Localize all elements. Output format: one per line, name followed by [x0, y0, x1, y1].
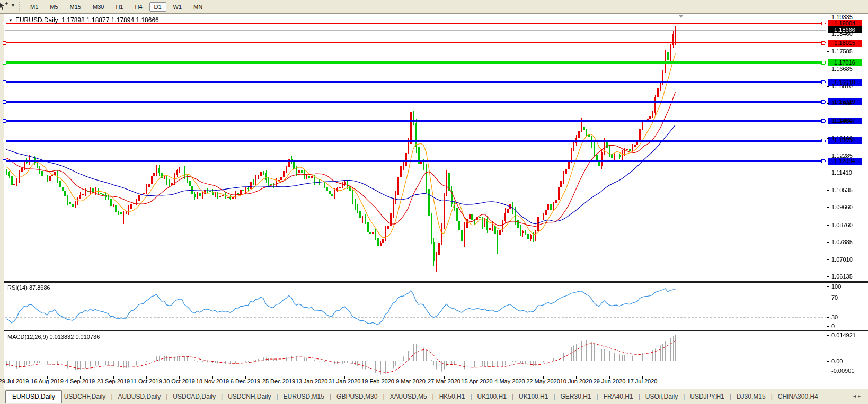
chart-tab[interactable]: GER30,H1 [559, 391, 594, 402]
crosshair-tool-icon[interactable] [0, 2, 10, 11]
timeframe-button-m30[interactable]: M30 [88, 2, 109, 12]
tab-separator: | [273, 393, 281, 400]
chart-frame-top [0, 13, 868, 14]
chart-tab[interactable]: USDJPY,H1 [688, 391, 726, 402]
chart-tab[interactable]: UK100,H1 [517, 391, 550, 402]
rsi-axis-tick: 30 [827, 314, 838, 320]
rsi-axis-tick: 0 [827, 323, 835, 329]
price-axis-tick: 1.11410 [827, 169, 852, 176]
timeframe-button-h1[interactable]: H1 [111, 2, 128, 12]
timeframe-button-m1[interactable]: M1 [25, 2, 43, 12]
macd-label: MACD(12,26,9) 0.013832 0.010736 [7, 334, 100, 340]
tab-scroll-arrows: ◂▸ [853, 393, 863, 399]
price-axis-tick: 1.08760 [827, 222, 853, 228]
timeframe-button-d1[interactable]: D1 [149, 2, 166, 12]
chart-tab[interactable]: XAUUSD,M5 [388, 391, 429, 402]
chart-title: ▼EURUSD,Daily 1.17898 1.18877 1.17894 1.… [8, 16, 159, 24]
tab-bar: EURUSD,DailyUSDCHF,Daily|AUDUSD,Daily|US… [0, 389, 868, 404]
price-axis-tick: 1.06135 [827, 273, 853, 280]
tab-separator: | [594, 393, 601, 400]
time-axis-label: 22 May 2020 [526, 378, 560, 384]
chart-tab[interactable]: DJ30,M15 [734, 391, 768, 402]
timeframe-button-row: M1M5M15M30H1H4D1W1MN [24, 1, 208, 12]
hline-handle[interactable] [3, 100, 6, 104]
tab-separator: | [768, 393, 776, 400]
chart-tab[interactable]: USDCAD,Daily [171, 391, 218, 402]
hline-handle[interactable] [821, 159, 825, 163]
hline-handle[interactable] [3, 119, 6, 123]
time-axis-label: 9 Mar 2020 [396, 378, 426, 384]
hline-handle[interactable] [3, 139, 6, 142]
timeframe-button-m15[interactable]: M15 [65, 2, 86, 12]
time-axis-label: 27 Mar 2020 [428, 378, 460, 384]
hline-handle[interactable] [821, 61, 825, 65]
hline-handle[interactable] [3, 80, 6, 84]
time-axis-label: 4 Sep 2019 [65, 378, 95, 384]
chart-tab[interactable]: HK50,H1 [437, 391, 467, 402]
tool-dropdown-caret-icon[interactable]: ▼ [11, 3, 15, 8]
chart-tab[interactable]: CHINA300,H4 [776, 391, 820, 402]
chart-tab[interactable]: EURUSD,M15 [281, 391, 326, 402]
price-axis-tick: 1.07885 [827, 239, 853, 245]
macd-axis-tick: -0.00901 [827, 367, 854, 374]
toolbar: ▼ M1M5M15M30H1H4D1W1MN [0, 0, 868, 14]
time-axis-label: 23 Sep 2019 [97, 378, 130, 384]
hline-price-label: 1.19004 [828, 20, 862, 27]
price-axis-tick: 1.10535 [827, 187, 853, 193]
chart-tab[interactable]: UK100,H1 [475, 391, 509, 402]
hline-handle[interactable] [821, 139, 825, 142]
rsi-indicator-canvas[interactable] [5, 283, 826, 330]
hline-handle[interactable] [821, 119, 825, 123]
chart-tab[interactable]: USDCHF,Daily [62, 391, 108, 402]
time-axis-label: 29 Jun 2020 [594, 378, 626, 384]
chart-tab-active[interactable]: EURUSD,Daily [5, 390, 62, 403]
chart-title-symbol: EURUSD,Daily [15, 16, 58, 24]
tab-separator: | [680, 393, 688, 400]
chart-tab[interactable]: USDCNH,Daily [226, 391, 273, 402]
price-axis-tick: 1.14060 [827, 118, 853, 124]
time-axis-label: 19 Feb 2020 [361, 378, 394, 384]
tab-separator: | [467, 393, 475, 400]
chart-shift-marker-icon[interactable] [678, 15, 684, 18]
hline-handle[interactable] [3, 41, 6, 45]
macd-axis-tick: 0.014921 [827, 332, 856, 338]
time-axis-label: 18 Nov 2019 [196, 378, 229, 384]
timeframe-button-h4[interactable]: H4 [130, 2, 147, 12]
time-axis-label: 13 Jan 2020 [296, 378, 328, 384]
chart-tab[interactable]: AUDUSD,Daily [116, 391, 163, 402]
collapse-arrow-icon[interactable]: ▼ [8, 18, 13, 23]
hline-handle[interactable] [821, 100, 825, 104]
time-axis-label: 15 Apr 2020 [461, 378, 492, 384]
time-axis-label: 31 Jan 2020 [329, 378, 361, 384]
price-axis-tick: 1.16685 [827, 66, 853, 72]
timeframe-button-m5[interactable]: M5 [45, 2, 63, 12]
chart-tab[interactable]: FRA40,H1 [601, 391, 635, 402]
timeframe-button-w1[interactable]: W1 [169, 2, 187, 12]
panel-divider[interactable] [4, 330, 868, 331]
hline-handle[interactable] [821, 22, 825, 25]
price-chart-canvas[interactable] [5, 15, 826, 281]
price-axis-tick: 1.12285 [827, 152, 853, 159]
hline-handle[interactable] [3, 159, 6, 163]
chart-tab[interactable]: USOil,Daily [643, 391, 680, 402]
tab-separator: | [163, 393, 171, 400]
time-axis-label: 10 Jun 2020 [560, 378, 592, 384]
hline-handle[interactable] [821, 41, 825, 45]
hline-handle[interactable] [3, 22, 6, 25]
price-axis-tick: 1.14935 [827, 100, 853, 106]
hline-handle[interactable] [821, 80, 825, 84]
price-axis-tick: 1.19335 [827, 14, 853, 20]
timeframe-button-mn[interactable]: MN [189, 2, 207, 12]
hline-handle[interactable] [3, 61, 6, 65]
macd-indicator-canvas[interactable] [5, 331, 826, 376]
current-price-label: 1.18666 [828, 26, 862, 33]
panel-divider[interactable] [4, 281, 868, 283]
rsi-label: RSI(14) 87.8686 [7, 284, 50, 291]
time-axis-label: 30 Oct 2019 [163, 378, 195, 384]
hline-price-label: 1.17016 [828, 59, 862, 66]
hline-price-label: 1.18015 [828, 40, 862, 47]
chart-tab[interactable]: GBPUSD,M30 [334, 391, 379, 402]
tab-separator: | [218, 393, 226, 400]
tab-scroll-right-icon[interactable]: ▸ [858, 393, 863, 399]
tab-scroll-left-icon[interactable]: ◂ [853, 393, 858, 399]
